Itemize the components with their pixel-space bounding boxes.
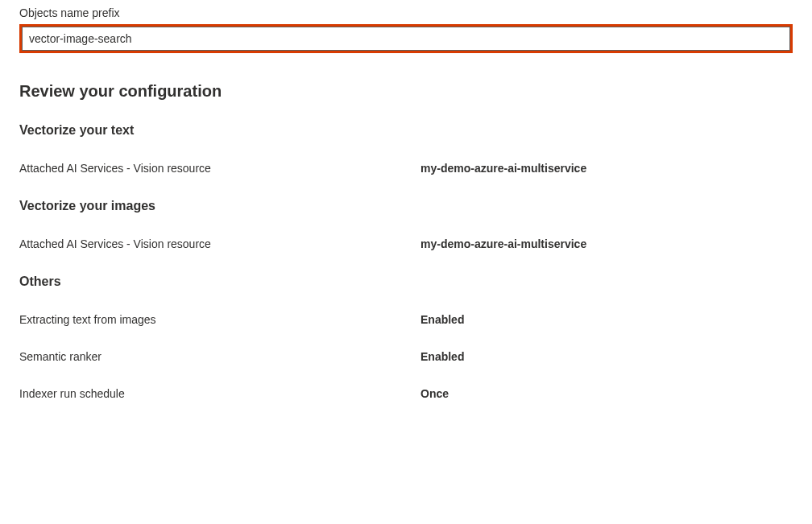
objects-name-prefix-label: Objects name prefix	[19, 6, 793, 19]
indexer-schedule-value: Once	[420, 387, 449, 400]
others-heading: Others	[19, 274, 793, 289]
vectorize-images-section: Vectorize your images Attached AI Servic…	[19, 199, 793, 250]
extracting-text-label: Extracting text from images	[19, 313, 420, 326]
vectorize-text-resource-value: my-demo-azure-ai-multiservice	[420, 162, 586, 175]
objects-name-prefix-highlight	[19, 24, 793, 53]
indexer-schedule-label: Indexer run schedule	[19, 387, 420, 400]
vectorize-images-heading: Vectorize your images	[19, 199, 793, 213]
config-row: Attached AI Services - Vision resource m…	[19, 162, 793, 175]
config-row: Attached AI Services - Vision resource m…	[19, 237, 793, 250]
vectorize-images-resource-value: my-demo-azure-ai-multiservice	[420, 237, 586, 250]
config-row: Semantic ranker Enabled	[19, 350, 793, 363]
review-heading: Review your configuration	[19, 82, 793, 101]
semantic-ranker-value: Enabled	[420, 350, 464, 363]
semantic-ranker-label: Semantic ranker	[19, 350, 420, 363]
vectorize-text-section: Vectorize your text Attached AI Services…	[19, 123, 793, 175]
vectorize-text-heading: Vectorize your text	[19, 123, 793, 138]
others-section: Others Extracting text from images Enabl…	[19, 274, 793, 400]
extracting-text-value: Enabled	[420, 313, 464, 326]
vectorize-images-resource-label: Attached AI Services - Vision resource	[19, 237, 420, 250]
vectorize-text-resource-label: Attached AI Services - Vision resource	[19, 162, 420, 175]
config-row: Extracting text from images Enabled	[19, 313, 793, 326]
config-row: Indexer run schedule Once	[19, 387, 793, 400]
objects-name-prefix-input[interactable]	[22, 27, 790, 51]
